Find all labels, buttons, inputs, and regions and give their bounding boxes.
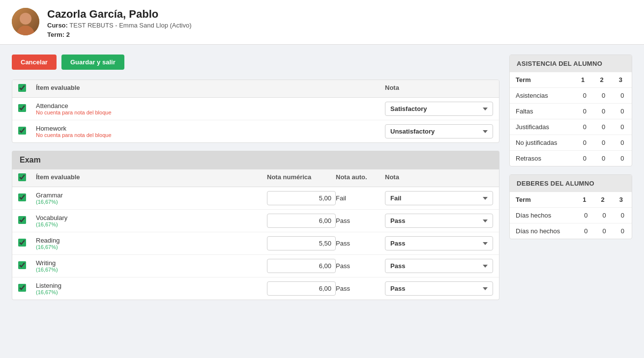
homework-check-cell bbox=[18, 127, 36, 136]
retrasos-v3: 0 bbox=[613, 151, 632, 166]
table-row: Writing (16,67%) Pass Fail Pass bbox=[12, 255, 499, 277]
asistencias-v1: 0 bbox=[575, 88, 594, 104]
reading-pct: (16,67%) bbox=[36, 244, 267, 250]
asistencia-table: Term 1 2 3 Asistencias 0 0 0 Faltas bbox=[510, 72, 632, 166]
homework-checkbox[interactable] bbox=[18, 127, 26, 135]
header-info: Cazorla García, Pablo Curso: TEST REBUTS… bbox=[47, 8, 192, 38]
justificadas-v2: 0 bbox=[594, 119, 613, 135]
listening-info: Listening (16,67%) bbox=[36, 282, 267, 295]
vocabulary-nota-auto: Pass bbox=[336, 217, 385, 224]
listening-grade-select[interactable]: Fail Pass bbox=[385, 281, 493, 296]
left-panel: Cancelar Guardar y salir Ítem evaluable … bbox=[12, 55, 499, 300]
writing-info: Writing (16,67%) bbox=[36, 259, 267, 273]
table-row: Grammar (16,67%) Fail Fail Pass bbox=[12, 187, 499, 210]
simple-header-nota: Nota bbox=[385, 84, 493, 93]
avatar bbox=[12, 8, 39, 35]
dias-hechos-label: Días hechos bbox=[510, 208, 577, 223]
deberes-col-1: 1 bbox=[577, 192, 595, 208]
list-item: Retrasos 0 0 0 bbox=[510, 151, 632, 166]
term-line: Term: 2 bbox=[47, 31, 192, 38]
reading-nota-auto: Pass bbox=[336, 240, 385, 247]
homework-info: Homework No cuenta para nota del bloque bbox=[36, 125, 385, 138]
simple-header-check[interactable] bbox=[18, 84, 26, 92]
writing-pct: (16,67%) bbox=[36, 267, 267, 273]
term-label: Term: bbox=[47, 31, 64, 38]
no-justificadas-v1: 0 bbox=[575, 135, 594, 151]
dias-hechos-v1: 0 bbox=[577, 208, 595, 223]
writing-checkbox[interactable] bbox=[18, 261, 26, 269]
dias-no-hechos-label: Días no hechos bbox=[510, 223, 577, 239]
table-row: Attendance No cuenta para nota del bloqu… bbox=[12, 98, 499, 120]
listening-checkbox[interactable] bbox=[18, 284, 26, 292]
asistencias-v3: 0 bbox=[613, 88, 632, 104]
homework-grade-select[interactable]: Satisfactory Unsatisfactory bbox=[385, 124, 493, 138]
course-label: Curso: bbox=[47, 22, 68, 29]
attendance-checkbox[interactable] bbox=[18, 104, 26, 112]
simple-items-table: Ítem evaluable Nota Attendance No cuenta… bbox=[12, 80, 499, 143]
exam-section-title: Exam bbox=[12, 151, 499, 169]
writing-nota-input[interactable] bbox=[267, 259, 336, 273]
no-justificadas-v2: 0 bbox=[594, 135, 613, 151]
homework-grade-cell: Satisfactory Unsatisfactory bbox=[385, 124, 493, 138]
toolbar: Cancelar Guardar y salir bbox=[12, 55, 499, 70]
reading-checkbox[interactable] bbox=[18, 239, 26, 247]
retrasos-label: Retrasos bbox=[510, 151, 575, 166]
faltas-label: Faltas bbox=[510, 104, 575, 119]
grammar-nota-input[interactable] bbox=[267, 191, 336, 205]
attendance-grade-select[interactable]: Satisfactory Unsatisfactory bbox=[385, 102, 493, 116]
asistencias-label: Asistencias bbox=[510, 88, 575, 104]
faltas-v1: 0 bbox=[575, 104, 594, 119]
asistencia-card-title: ASISTENCIA DEL ALUMNO bbox=[510, 55, 632, 72]
vocabulary-nota-input[interactable] bbox=[267, 214, 336, 228]
main-content: Cancelar Guardar y salir Ítem evaluable … bbox=[0, 45, 644, 310]
simple-header-checkbox bbox=[18, 84, 36, 93]
dias-hechos-v2: 0 bbox=[595, 208, 614, 223]
reading-nota-input[interactable] bbox=[267, 236, 336, 250]
list-item: Faltas 0 0 0 bbox=[510, 104, 632, 119]
deberes-table: Term 1 2 3 Días hechos 0 0 0 Días no hec… bbox=[510, 192, 632, 239]
asistencias-v2: 0 bbox=[594, 88, 613, 104]
vocabulary-checkbox[interactable] bbox=[18, 216, 26, 224]
exam-header-checkbox[interactable] bbox=[18, 173, 26, 181]
dias-no-hechos-v2: 0 bbox=[595, 223, 614, 239]
list-item: Días hechos 0 0 0 bbox=[510, 208, 632, 223]
table-row: Reading (16,67%) Pass Fail Pass bbox=[12, 232, 499, 255]
dias-hechos-v3: 0 bbox=[614, 208, 632, 223]
grammar-nota-auto: Fail bbox=[336, 194, 385, 202]
right-panel: ASISTENCIA DEL ALUMNO Term 1 2 3 Asisten… bbox=[509, 55, 632, 300]
exam-table-header: Ítem evaluable Nota numérica Nota auto. … bbox=[12, 169, 499, 187]
asistencia-col-3: 3 bbox=[613, 72, 632, 88]
attendance-info: Attendance No cuenta para nota del bloqu… bbox=[36, 102, 385, 115]
reading-name: Reading bbox=[36, 237, 267, 244]
exam-col-nota-num: Nota numérica bbox=[267, 173, 336, 183]
table-row: Vocabulary (16,67%) Pass Fail Pass bbox=[12, 210, 499, 232]
writing-grade-select[interactable]: Fail Pass bbox=[385, 259, 493, 273]
list-item: Asistencias 0 0 0 bbox=[510, 88, 632, 104]
deberes-card-title: DEBERES DEL ALUMNO bbox=[510, 175, 632, 192]
listening-name: Listening bbox=[36, 282, 267, 289]
writing-nota-auto: Pass bbox=[336, 262, 385, 270]
exam-table: Ítem evaluable Nota numérica Nota auto. … bbox=[12, 169, 499, 300]
simple-header-item: Ítem evaluable bbox=[36, 84, 385, 93]
dias-no-hechos-v3: 0 bbox=[614, 223, 632, 239]
list-item: Días no hechos 0 0 0 bbox=[510, 223, 632, 239]
homework-subtitle: No cuenta para nota del bloque bbox=[36, 132, 385, 138]
grammar-checkbox[interactable] bbox=[18, 193, 26, 201]
deberes-col-3: 3 bbox=[614, 192, 632, 208]
cancel-button[interactable]: Cancelar bbox=[12, 55, 57, 70]
vocabulary-info: Vocabulary (16,67%) bbox=[36, 214, 267, 227]
exam-col-nota: Nota bbox=[385, 173, 493, 183]
listening-pct: (16,67%) bbox=[36, 289, 267, 295]
listening-nota-input[interactable] bbox=[267, 281, 336, 296]
course-value: TEST REBUTS - Emma Sand Llop (Activo) bbox=[69, 22, 191, 29]
exam-header-cb bbox=[18, 173, 36, 183]
grammar-grade-select[interactable]: Fail Pass bbox=[385, 191, 493, 205]
no-justificadas-v3: 0 bbox=[613, 135, 632, 151]
reading-info: Reading (16,67%) bbox=[36, 237, 267, 250]
save-button[interactable]: Guardar y salir bbox=[61, 55, 124, 70]
grammar-name: Grammar bbox=[36, 192, 267, 199]
vocabulary-grade-select[interactable]: Fail Pass bbox=[385, 214, 493, 228]
dias-no-hechos-v1: 0 bbox=[577, 223, 595, 239]
attendance-grade-cell: Satisfactory Unsatisfactory bbox=[385, 102, 493, 116]
reading-grade-select[interactable]: Fail Pass bbox=[385, 236, 493, 250]
